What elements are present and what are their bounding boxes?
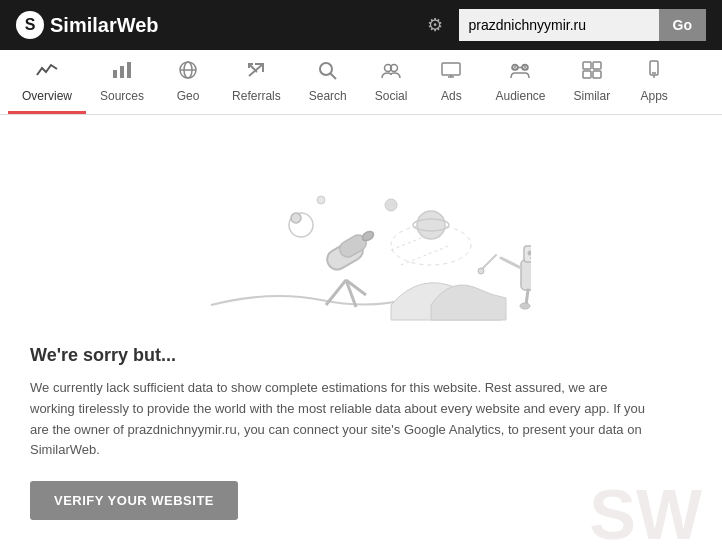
tab-social[interactable]: Social: [361, 50, 422, 114]
tab-apps[interactable]: Apps: [624, 50, 684, 114]
svg-rect-0: [113, 70, 117, 78]
verify-website-button[interactable]: VERIFY YOUR WEBSITE: [30, 481, 238, 520]
tab-referrals[interactable]: Referrals: [218, 50, 295, 114]
tab-audience-label: Audience: [495, 89, 545, 103]
tab-search[interactable]: Search: [295, 50, 361, 114]
tab-apps-label: Apps: [640, 89, 667, 103]
nav-tabs: Overview Sources Geo: [0, 50, 722, 115]
logo: S SimilarWeb: [16, 11, 411, 39]
logo-icon: S: [16, 11, 44, 39]
svg-line-54: [481, 255, 496, 270]
main-content: We're sorry but... We currently lack suf…: [0, 115, 722, 556]
overview-icon: [36, 60, 58, 85]
tab-overview-label: Overview: [22, 89, 72, 103]
svg-line-53: [401, 245, 451, 265]
svg-rect-12: [442, 63, 460, 75]
svg-point-50: [520, 303, 530, 309]
svg-point-41: [317, 196, 325, 204]
no-data-illustration: [191, 150, 531, 330]
svg-rect-23: [583, 71, 591, 78]
svg-rect-25: [593, 71, 601, 78]
svg-point-36: [291, 213, 301, 223]
illustration-area: [30, 135, 692, 335]
tab-search-label: Search: [309, 89, 347, 103]
svg-rect-42: [521, 260, 531, 290]
tab-sources[interactable]: Sources: [86, 50, 158, 114]
apps-icon: [643, 60, 665, 85]
ads-icon: [440, 60, 462, 85]
svg-line-7: [249, 64, 257, 72]
svg-point-38: [417, 211, 445, 239]
svg-rect-1: [120, 66, 124, 78]
svg-line-47: [501, 258, 521, 268]
svg-rect-22: [583, 62, 591, 69]
go-button[interactable]: Go: [659, 9, 706, 41]
tab-overview[interactable]: Overview: [8, 50, 86, 114]
svg-point-8: [320, 63, 332, 75]
tab-geo[interactable]: Geo: [158, 50, 218, 114]
tab-ads[interactable]: Ads: [421, 50, 481, 114]
svg-point-18: [524, 66, 526, 68]
svg-line-29: [326, 280, 346, 305]
social-icon: [380, 60, 402, 85]
geo-icon: [177, 60, 199, 85]
referrals-icon: [245, 60, 267, 85]
svg-point-40: [385, 199, 397, 211]
svg-rect-24: [593, 62, 601, 69]
search-icon: [317, 60, 339, 85]
sources-icon: [111, 60, 133, 85]
tab-sources-label: Sources: [100, 89, 144, 103]
tab-similar-label: Similar: [574, 89, 611, 103]
svg-point-17: [514, 66, 516, 68]
svg-line-9: [330, 74, 336, 80]
tab-audience[interactable]: Audience: [481, 50, 559, 114]
settings-button[interactable]: ⚙: [423, 10, 447, 40]
search-bar: Go: [459, 9, 706, 41]
tab-referrals-label: Referrals: [232, 89, 281, 103]
svg-rect-2: [127, 62, 131, 78]
similar-icon: [581, 60, 603, 85]
tab-similar[interactable]: Similar: [560, 50, 625, 114]
tab-ads-label: Ads: [441, 89, 462, 103]
error-title: We're sorry but...: [30, 345, 650, 366]
header: S SimilarWeb ⚙ Go: [0, 0, 722, 50]
error-section: We're sorry but... We currently lack suf…: [30, 335, 650, 540]
logo-text: SimilarWeb: [50, 14, 159, 37]
gear-icon: ⚙: [427, 15, 443, 35]
error-text: We currently lack sufficient data to sho…: [30, 378, 650, 461]
search-input[interactable]: [459, 9, 659, 41]
tab-geo-label: Geo: [177, 89, 200, 103]
audience-icon: [509, 60, 531, 85]
svg-point-55: [478, 268, 484, 274]
tab-social-label: Social: [375, 89, 408, 103]
